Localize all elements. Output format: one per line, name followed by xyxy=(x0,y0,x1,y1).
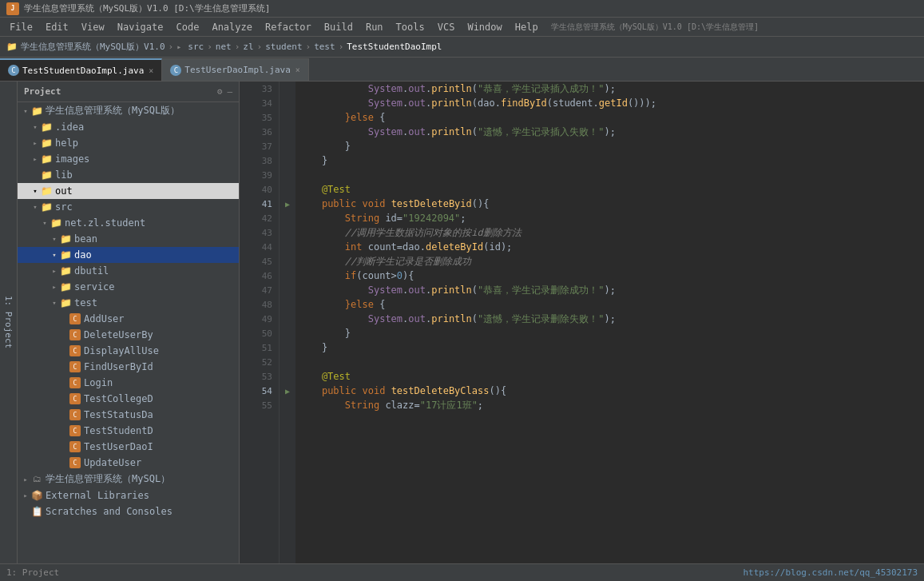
code-line-37: } xyxy=(299,139,921,153)
gutter-42 xyxy=(280,211,295,225)
tree-lib[interactable]: 📁 lib xyxy=(18,167,239,183)
arrow-root xyxy=(21,107,30,115)
folder-icon-help: 📁 xyxy=(40,137,53,149)
tree-teststudentd[interactable]: C TestStudentD xyxy=(18,423,239,439)
breadcrumb-2[interactable]: net xyxy=(216,42,232,52)
tree-net[interactable]: 📁 net.zl.student xyxy=(18,215,239,231)
breadcrumb-0[interactable]: 学生信息管理系统（MySQL版）V1.0 xyxy=(21,41,165,53)
tab-teststudentdaoimpl[interactable]: C TestStudentDaoImpl.java × xyxy=(0,58,162,81)
gutter-54[interactable]: ▶ xyxy=(280,384,295,398)
sidebar-collapse-icon[interactable]: – xyxy=(227,86,232,97)
arrow-dbutil xyxy=(50,267,59,275)
tree-label-scratches: Scratches and Consoles xyxy=(46,506,173,517)
menu-run[interactable]: Run xyxy=(359,20,390,34)
tree-src[interactable]: 📁 src xyxy=(18,199,239,215)
tree-testuserdaoi[interactable]: C TestUserDaoI xyxy=(18,439,239,455)
menu-file[interactable]: File xyxy=(3,20,39,34)
tree-adduser[interactable]: C AddUser xyxy=(18,311,239,327)
gutter-41[interactable]: ▶ xyxy=(280,197,295,211)
ln-37: 37 xyxy=(240,139,279,153)
menu-navigate[interactable]: Navigate xyxy=(111,20,170,34)
breadcrumb-6[interactable]: TestStudentDaoImpl xyxy=(347,42,442,52)
tree-service[interactable]: 📁 service xyxy=(18,279,239,295)
tab-close-0[interactable]: × xyxy=(149,66,153,75)
tree-testcolleged[interactable]: C TestCollegeD xyxy=(18,391,239,407)
status-right: https://blog.csdn.net/qq_45302173 xyxy=(743,567,918,578)
tree-label-root2: 学生信息管理系统（MySQL） xyxy=(46,472,170,486)
menu-analyze[interactable]: Analyze xyxy=(205,20,259,34)
tab-bar: C TestStudentDaoImpl.java × C TestUserDa… xyxy=(0,58,924,82)
tab-close-1[interactable]: × xyxy=(295,66,300,74)
tree-extlib[interactable]: 📦 External Libraries xyxy=(18,487,239,503)
tree-dao[interactable]: 📁 dao xyxy=(18,247,239,263)
code-line-40: @Test xyxy=(299,182,921,197)
menu-tools[interactable]: Tools xyxy=(390,20,431,34)
tree-scratches[interactable]: 📋 Scratches and Consoles xyxy=(18,503,239,519)
tree-teststatusda[interactable]: C TestStatusDa xyxy=(18,407,239,423)
code-editor[interactable]: 33 34 35 36 37 38 39 40 41 42 43 44 45 4… xyxy=(240,82,924,563)
tree-test[interactable]: 📁 test xyxy=(18,295,239,311)
breadcrumb-4[interactable]: student xyxy=(265,42,302,52)
folder-icon-extlib: 📦 xyxy=(30,489,43,502)
tree-out[interactable]: 📁 out xyxy=(18,183,239,199)
gutter-50 xyxy=(280,326,295,340)
project-tree: 📁 学生信息管理系统（MySQL版） 📁 .idea 📁 help xyxy=(18,102,239,519)
tree-root[interactable]: 📁 学生信息管理系统（MySQL版） xyxy=(18,102,239,119)
sidebar-settings-icon[interactable]: ⚙ xyxy=(217,86,223,97)
code-line-55: String clazz="17计应1班"; xyxy=(299,398,921,412)
tree-login[interactable]: C Login xyxy=(18,375,239,391)
arrow-help xyxy=(30,139,40,147)
menu-view[interactable]: View xyxy=(75,20,111,34)
ln-38: 38 xyxy=(240,153,279,168)
tab-java-icon-0: C xyxy=(8,65,19,76)
tab-label-0: TestStudentDaoImpl.java xyxy=(22,66,144,76)
file-icon-teststatusda: C xyxy=(69,408,81,421)
gutter-48 xyxy=(280,297,295,312)
breadcrumb-bar: 📁 学生信息管理系统（MySQL版）V1.0 › ▸ src › net › z… xyxy=(0,37,924,58)
ln-35: 35 xyxy=(240,110,279,125)
sidebar-wrapper: 1: Project Project ⚙ – 📁 学生信息管理系统（MySQL版… xyxy=(0,82,240,563)
tree-root2[interactable]: 🗂 学生信息管理系统（MySQL） xyxy=(18,471,239,487)
menu-build[interactable]: Build xyxy=(318,20,359,34)
tree-displayalluse[interactable]: C DisplayAllUse xyxy=(18,343,239,359)
file-icon-adduser: C xyxy=(69,312,81,325)
ln-33: 33 xyxy=(240,82,279,96)
arrow-net xyxy=(40,219,50,227)
tab-testuserdaoimpl[interactable]: C TestUserDaoImpl.java × xyxy=(162,58,308,81)
tree-deleteuserby[interactable]: C DeleteUserBy xyxy=(18,327,239,343)
arrow-src xyxy=(30,203,40,211)
code-content[interactable]: System.out.println("恭喜，学生记录插入成功！"); Syst… xyxy=(295,82,924,563)
arrow-service xyxy=(50,283,59,291)
gutter-38 xyxy=(280,153,295,168)
tree-help[interactable]: 📁 help xyxy=(18,135,239,151)
tree-dbutil[interactable]: 📁 dbutil xyxy=(18,263,239,279)
menu-help[interactable]: Help xyxy=(509,20,545,34)
file-icon-displayalluse: C xyxy=(69,344,81,357)
tree-bean[interactable]: 📁 bean xyxy=(18,231,239,247)
menu-edit[interactable]: Edit xyxy=(39,20,75,34)
tree-label-testuserdaoi: TestUserDaoI xyxy=(84,441,153,452)
vertical-project-tab[interactable]: 1: Project xyxy=(0,82,18,563)
tree-idea[interactable]: 📁 .idea xyxy=(18,119,239,135)
tree-updateuser[interactable]: C UpdateUser xyxy=(18,455,239,471)
breadcrumb-3[interactable]: zl xyxy=(243,42,253,52)
menu-window[interactable]: Window xyxy=(461,20,508,34)
tree-finduserbyid[interactable]: C FindUserById xyxy=(18,359,239,375)
menu-refactor[interactable]: Refactor xyxy=(259,20,318,34)
menu-code[interactable]: Code xyxy=(170,20,206,34)
file-icon-finduserbyid: C xyxy=(69,360,81,373)
gutter-55 xyxy=(280,398,295,412)
ln-41: 41 xyxy=(240,197,279,211)
ln-45: 45 xyxy=(240,254,279,269)
breadcrumb-1[interactable]: src xyxy=(188,42,204,52)
code-line-47: System.out.println("恭喜，学生记录删除成功！"); xyxy=(299,283,921,297)
breadcrumb-5[interactable]: test xyxy=(314,42,335,52)
gutter-45 xyxy=(280,254,295,269)
arrow-dao xyxy=(50,251,59,259)
code-line-50: } xyxy=(299,326,921,340)
tree-images[interactable]: 📁 images xyxy=(18,151,239,167)
arrow-extlib xyxy=(21,491,30,499)
ln-36: 36 xyxy=(240,125,279,139)
breadcrumb-arrow-0: ▸ xyxy=(176,42,181,51)
menu-vcs[interactable]: VCS xyxy=(431,20,462,34)
